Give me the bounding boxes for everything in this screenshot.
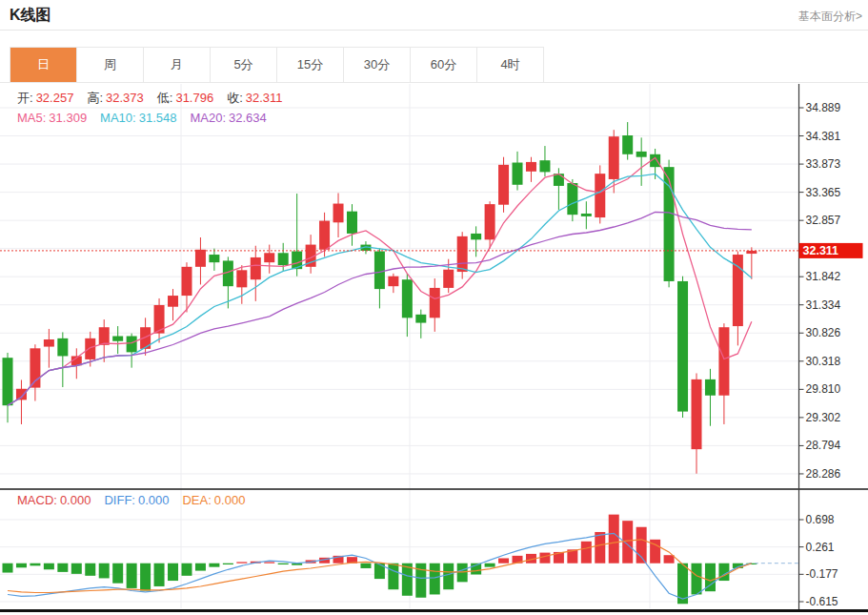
macd-bar [127,564,137,588]
y-axis-label: 34.381 [806,130,841,143]
macd-bar [30,564,40,566]
candle [539,146,550,176]
macd-bar [85,564,95,576]
candle [733,252,743,346]
macd-bar [388,564,398,590]
candle [718,323,729,424]
legend-label: MA5: [17,111,46,125]
kline-page: K线图 基本面分析> 日周月5分15分30分60分4时 34.88934.381… [0,0,868,615]
macd-bar [485,564,495,567]
macd-legend: MACD:0.000DIFF:0.000DEA:0.000 [17,493,258,507]
macd-bar [57,564,68,572]
legend-value: 32.311 [246,91,283,105]
candle [415,310,426,338]
y-axis-label: 30.318 [806,355,841,368]
candle [498,157,509,213]
y-axis-label: 33.873 [806,157,841,171]
y-axis-label: 28.794 [806,439,841,452]
macd-bar [112,564,123,584]
legend-value: 31.309 [49,111,87,125]
candle [692,373,702,473]
legend-value: 0.000 [60,493,91,507]
macd-bar [195,564,206,571]
macd-bar [181,564,192,576]
legend-label: DEA: [182,493,211,507]
candle [154,298,165,343]
candle [30,344,40,400]
y-axis-label: 28.286 [806,467,841,481]
legend-value: 0.000 [138,493,170,507]
macd-bar [692,564,702,595]
candle [306,235,316,274]
y-axis-label: 0.698 [806,513,835,526]
macd-bar [168,564,178,581]
candle [251,246,261,301]
y-axis-label: -0.177 [806,567,838,581]
y-axis-label: 34.889 [806,101,841,114]
macd-bar [209,564,219,567]
candle [223,256,233,308]
macd-bar [3,564,13,573]
macd-bar [154,564,165,586]
macd-bar [223,564,233,564]
legend-value: 31.548 [139,111,177,125]
candle [402,274,413,337]
candle [195,237,206,284]
legend-label: 高: [87,91,103,105]
candle [168,289,178,320]
macd-bar [443,564,454,590]
candle [636,137,647,186]
candle [99,319,110,362]
macd-bar [430,564,440,595]
y-axis-label: 29.810 [806,382,841,396]
candle [471,226,481,256]
macd-bar [140,564,151,591]
y-axis-label: 32.857 [806,214,841,227]
macd-bar [498,558,509,563]
macd-bar [71,564,82,574]
candle [127,334,137,368]
y-axis-label: 29.302 [806,411,841,424]
legend-label: 收: [227,91,243,105]
legend-label: MACD: [17,493,57,507]
y-axis-label: 31.842 [806,270,841,283]
candle [622,122,633,160]
candle [333,193,344,237]
ohlc-legend: 开:32.257高:32.373低:31.796收:32.311 [17,90,296,107]
legend-value: 31.796 [175,91,213,105]
legend-value: 32.257 [36,91,74,105]
candle [112,326,123,354]
candle [236,265,247,304]
macd-bar [595,532,605,564]
candle [595,165,605,223]
candle [513,152,523,191]
y-axis-label: -0.615 [806,595,838,608]
candle [209,249,219,271]
macd-bar [264,562,274,563]
macd-bar [16,564,27,568]
y-axis-label: 33.365 [806,186,841,199]
macd-bar [99,564,110,579]
macd-bar [236,562,247,563]
candle [677,277,688,418]
candle [57,332,68,387]
y-axis-label: 0.261 [806,541,835,554]
candle [457,232,468,278]
legend-label: MA10: [100,111,136,125]
legend-value: 32.634 [229,111,267,125]
ma-legend: MA5:31.309MA10:31.548MA20:32.634 [17,111,280,125]
legend-label: 低: [157,91,173,105]
ma20-line [8,213,752,406]
candle [581,201,592,229]
candle [347,204,357,246]
y-axis-label: 30.826 [806,326,841,339]
candle [71,348,82,379]
candle [44,329,54,368]
macd-bar [539,553,550,564]
macd-bar [581,542,592,564]
macd-bar [360,564,371,568]
macd-bar [278,564,289,564]
candle [430,278,440,332]
candle [526,157,536,182]
macd-bar [609,515,619,564]
